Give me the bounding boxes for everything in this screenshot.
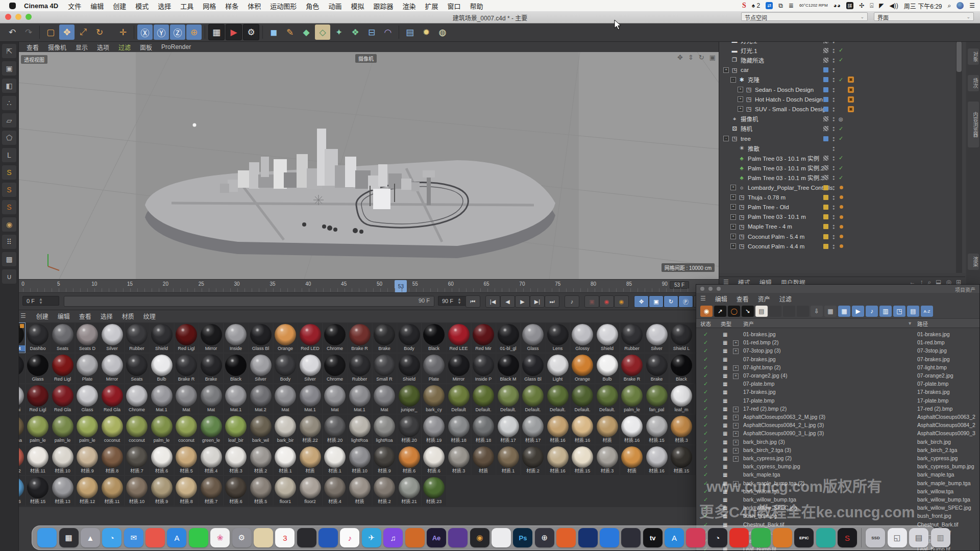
enabled-orange-dot-icon[interactable]	[840, 205, 843, 209]
asset-expand-icon[interactable]: +	[733, 456, 739, 462]
material-swatch[interactable]: Glass Bl	[249, 323, 273, 353]
material-swatch[interactable]: 材质.8	[175, 476, 199, 506]
material-swatch[interactable]: 材质.9	[76, 445, 100, 475]
material-swatch[interactable]: palm_le	[26, 415, 50, 444]
asset-expand-icon[interactable]: +	[733, 340, 739, 346]
material-swatch[interactable]: palm_le	[620, 384, 644, 414]
material-swatch[interactable]: Default.	[496, 384, 520, 414]
menubar-item-11[interactable]: 动画	[324, 1, 346, 11]
layer-color-chip[interactable]	[823, 87, 828, 92]
redo-icon[interactable]: ↷	[21, 24, 36, 40]
object-row[interactable]: +◳car● ●	[719, 65, 965, 75]
s-app-dock-icon[interactable]: S	[838, 528, 857, 547]
layer-color-chip[interactable]	[823, 126, 828, 131]
material-swatch[interactable]: Default.	[472, 384, 496, 414]
layer-color-chip[interactable]	[823, 97, 828, 102]
material-menu-5[interactable]: 纹理	[139, 312, 160, 320]
enabled-check-icon[interactable]: ✓	[839, 165, 843, 171]
material-swatch[interactable]: 材质.22	[298, 415, 322, 444]
sort-az-icon[interactable]: A-Z	[921, 306, 933, 317]
asset-row[interactable]: ✓▦+07-light.bmp (2)07-light.bmp	[696, 364, 979, 372]
material-swatch[interactable]: Mat	[274, 384, 298, 414]
material-sphere-3-icon[interactable]: S	[2, 200, 16, 214]
expand-toggle-icon[interactable]: +	[738, 106, 743, 112]
material-swatch[interactable]: 材质.10	[348, 445, 372, 475]
material-swatch[interactable]: Glass Bl	[521, 354, 545, 383]
model-mode-icon[interactable]: ▣	[2, 61, 16, 76]
asset-expand-icon[interactable]: +	[733, 440, 739, 445]
material-swatch[interactable]: 材质.1	[496, 445, 520, 475]
material-swatch[interactable]: Dashbo	[26, 323, 50, 353]
material-swatch[interactable]: Default.	[521, 384, 545, 414]
material-menu-3[interactable]: 选择	[96, 312, 117, 320]
menubar-item-3[interactable]: 模式	[131, 1, 153, 11]
asset-menu-hamburger-icon[interactable]: ☰	[700, 295, 706, 302]
pen-spline-icon[interactable]: ✎	[282, 24, 298, 40]
material-swatch[interactable]: green_le	[199, 415, 223, 444]
photoshop-dock-icon[interactable]: Ps	[513, 528, 532, 547]
viewport-maximize-icon[interactable]: ▣	[709, 54, 716, 61]
material-swatch[interactable]: Mat.2	[249, 384, 273, 414]
layer-color-chip[interactable]	[823, 214, 828, 219]
z-axis-lock-icon[interactable]: Ⓩ	[170, 24, 185, 40]
files-stack-dock-icon[interactable]: ▤	[909, 528, 928, 547]
material-menu-hamburger-icon[interactable]: ☰	[20, 312, 26, 319]
side-tab-2[interactable]: 内容浏览器	[968, 102, 979, 147]
viewport-menu-3[interactable]: 选项	[93, 43, 113, 52]
menubar-item-10[interactable]: 角色	[301, 1, 324, 11]
material-swatch[interactable]: Brake	[199, 354, 223, 383]
enabled-check-icon[interactable]: ✓	[839, 77, 843, 83]
material-swatch[interactable]: Shield	[397, 354, 421, 383]
material-swatch[interactable]: 材质.7	[199, 476, 223, 506]
notification-center-icon[interactable]: ☰	[969, 2, 975, 9]
after-effects-dock-icon[interactable]: Ae	[427, 528, 446, 547]
menubar-item-17[interactable]: 帮助	[465, 1, 487, 11]
material-swatch[interactable]: 材质.23	[422, 476, 446, 506]
launchpad-dock-icon[interactable]: ▦	[59, 528, 79, 547]
temp-rpm-status[interactable]: 60°C1202 RPM	[799, 4, 828, 8]
expand-toggle-icon[interactable]: -	[730, 77, 736, 83]
live-selection-icon[interactable]: ▢	[43, 24, 58, 40]
expand-toggle-icon[interactable]: +	[730, 224, 736, 230]
edges-mode-icon[interactable]: ▱	[2, 113, 16, 128]
material-swatch[interactable]: Default.	[546, 384, 570, 414]
notes-dock-icon[interactable]	[254, 528, 273, 547]
menubar-item-7[interactable]: 样条	[220, 1, 243, 11]
visibility-dots-icon[interactable]: ● ●	[832, 107, 835, 112]
visibility-dots-icon[interactable]: ● ●	[832, 195, 835, 200]
material-swatch[interactable]: palm_le	[76, 415, 100, 444]
viewport-menu-6[interactable]: ProRender	[157, 43, 195, 51]
blue-sphere-app-dock-icon[interactable]	[600, 528, 619, 547]
col-status[interactable]: 状态	[700, 320, 711, 328]
material-swatch[interactable]: Default.	[595, 384, 619, 414]
current-frame-field[interactable]: 0 F▲▼	[22, 296, 59, 306]
asset-row[interactable]: ✓▦+01-red.bmp (2)01-red.bmp	[696, 339, 979, 347]
material-swatch[interactable]: 材质.3	[595, 445, 619, 475]
material-swatch[interactable]: 材质.20	[397, 415, 421, 444]
viewport-menu-1[interactable]: 摄像机	[44, 43, 70, 52]
viewport-menu-5[interactable]: 面板	[136, 43, 156, 52]
material-swatch[interactable]: 材质.2	[373, 476, 397, 506]
asset-row[interactable]: ✓▦17-plate.bmp17-plate.bmp	[696, 397, 979, 405]
key-position-button[interactable]: ✥	[634, 295, 649, 308]
asset-row[interactable]: ✓▦+07-orange2.jpg (4)07-orange2.jpg	[696, 372, 979, 380]
material-swatch[interactable]: 材质.4	[323, 476, 347, 506]
material-swatch[interactable]: Mat.1	[224, 384, 248, 414]
material-swatch[interactable]: palm_le	[150, 415, 174, 444]
field-icon[interactable]: ⊟	[364, 24, 379, 40]
key-rotation-button[interactable]: ↻	[664, 295, 678, 308]
layer-color-chip[interactable]	[823, 48, 828, 53]
news-app-dock-icon[interactable]	[145, 528, 165, 547]
points-mode-icon[interactable]: ∴	[2, 96, 16, 110]
asset-row[interactable]: ✓▦07-plate.bmp07-plate.bmp	[696, 380, 979, 388]
material-swatch[interactable]: Seats	[51, 323, 75, 353]
object-row[interactable]: ❐隐藏所选● ●✓	[719, 55, 965, 65]
material-swatch[interactable]: Glass	[76, 384, 100, 414]
material-swatch[interactable]: leaf_bir	[224, 415, 248, 444]
sort-arrow-icon[interactable]: ▾	[909, 320, 911, 326]
asset-row[interactable]: ✓▦+17-red (2).bmp (2)17-red (2).bmp	[696, 405, 979, 413]
asset-row[interactable]: ✓▦17-brakes.jpg17-brakes.jpg	[696, 388, 979, 396]
enabled-check-icon[interactable]: ✓	[839, 126, 843, 132]
asset-minimize-button[interactable]	[708, 287, 713, 291]
material-swatch[interactable]: 材质.12	[76, 476, 100, 506]
